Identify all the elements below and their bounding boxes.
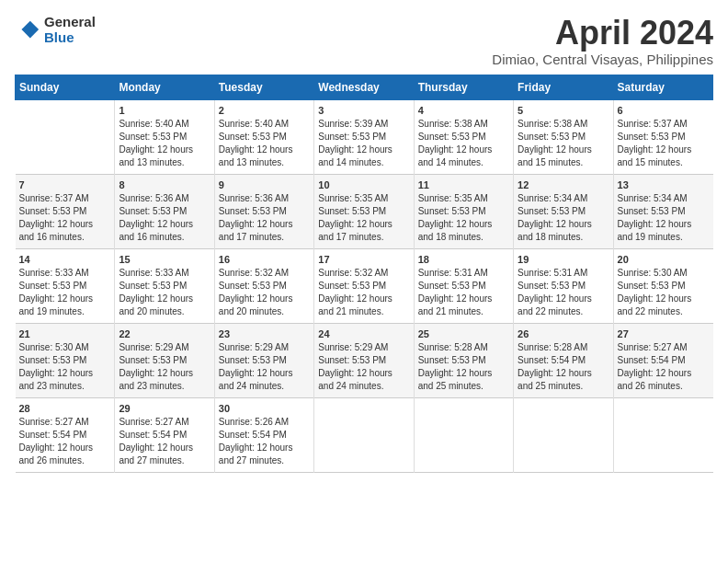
- day-info: Sunrise: 5:35 AMSunset: 5:53 PMDaylight:…: [318, 192, 409, 244]
- calendar-cell: [314, 397, 414, 472]
- day-number: 19: [518, 254, 609, 265]
- calendar-cell: 23Sunrise: 5:29 AMSunset: 5:53 PMDayligh…: [214, 323, 313, 397]
- day-number: 15: [119, 254, 210, 265]
- calendar-cell: 22Sunrise: 5:29 AMSunset: 5:53 PMDayligh…: [115, 323, 214, 397]
- day-info: Sunrise: 5:32 AMSunset: 5:53 PMDaylight:…: [219, 267, 310, 318]
- day-number: 12: [518, 179, 609, 190]
- title-block: April 2024 Dimiao, Central Visayas, Phil…: [492, 15, 713, 67]
- logo: General Blue: [15, 15, 96, 45]
- day-number: 29: [119, 403, 210, 414]
- day-info: Sunrise: 5:26 AMSunset: 5:54 PMDaylight:…: [219, 416, 310, 467]
- calendar-cell: 28Sunrise: 5:27 AMSunset: 5:54 PMDayligh…: [16, 397, 115, 472]
- calendar-cell: 7Sunrise: 5:37 AMSunset: 5:53 PMDaylight…: [16, 174, 115, 248]
- calendar-cell: 19Sunrise: 5:31 AMSunset: 5:53 PMDayligh…: [514, 248, 613, 323]
- calendar-cell: [613, 397, 712, 472]
- calendar-cell: 26Sunrise: 5:28 AMSunset: 5:54 PMDayligh…: [514, 323, 613, 397]
- calendar-cell: 18Sunrise: 5:31 AMSunset: 5:53 PMDayligh…: [414, 248, 513, 323]
- day-info: Sunrise: 5:37 AMSunset: 5:53 PMDaylight:…: [19, 192, 111, 244]
- day-info: Sunrise: 5:27 AMSunset: 5:54 PMDaylight:…: [119, 416, 210, 467]
- day-info: Sunrise: 5:29 AMSunset: 5:53 PMDaylight:…: [119, 341, 210, 393]
- svg-marker-0: [21, 20, 39, 38]
- day-info: Sunrise: 5:38 AMSunset: 5:53 PMDaylight:…: [518, 118, 609, 169]
- calendar-cell: [414, 397, 513, 472]
- calendar-cell: 27Sunrise: 5:27 AMSunset: 5:54 PMDayligh…: [613, 323, 712, 397]
- calendar-cell: 15Sunrise: 5:33 AMSunset: 5:53 PMDayligh…: [115, 248, 214, 323]
- day-info: Sunrise: 5:33 AMSunset: 5:53 PMDaylight:…: [119, 267, 210, 318]
- day-info: Sunrise: 5:27 AMSunset: 5:54 PMDaylight:…: [618, 341, 710, 393]
- day-number: 18: [418, 254, 509, 265]
- day-number: 21: [19, 328, 111, 339]
- logo-text: General Blue: [44, 15, 96, 45]
- day-number: 23: [219, 328, 310, 339]
- calendar-cell: 14Sunrise: 5:33 AMSunset: 5:53 PMDayligh…: [16, 248, 115, 323]
- column-header-wednesday: Wednesday: [314, 75, 414, 99]
- day-info: Sunrise: 5:34 AMSunset: 5:53 PMDaylight:…: [618, 192, 710, 244]
- calendar-cell: 30Sunrise: 5:26 AMSunset: 5:54 PMDayligh…: [214, 397, 313, 472]
- day-info: Sunrise: 5:27 AMSunset: 5:54 PMDaylight:…: [19, 416, 111, 467]
- day-number: 6: [618, 105, 710, 116]
- calendar-cell: 6Sunrise: 5:37 AMSunset: 5:53 PMDaylight…: [613, 99, 712, 174]
- column-header-saturday: Saturday: [613, 75, 712, 99]
- week-row-1: 1Sunrise: 5:40 AMSunset: 5:53 PMDaylight…: [16, 99, 713, 174]
- day-number: 14: [19, 254, 111, 265]
- page-header: General Blue April 2024 Dimiao, Central …: [15, 15, 713, 67]
- logo-blue: Blue: [44, 30, 96, 46]
- column-header-friday: Friday: [514, 75, 613, 99]
- day-number: 24: [318, 328, 409, 339]
- day-info: Sunrise: 5:35 AMSunset: 5:53 PMDaylight:…: [418, 192, 509, 244]
- calendar-cell: 10Sunrise: 5:35 AMSunset: 5:53 PMDayligh…: [314, 174, 414, 248]
- calendar-cell: [514, 397, 613, 472]
- day-info: Sunrise: 5:31 AMSunset: 5:53 PMDaylight:…: [418, 267, 509, 318]
- calendar-cell: 3Sunrise: 5:39 AMSunset: 5:53 PMDaylight…: [314, 99, 414, 174]
- day-number: 13: [618, 179, 710, 190]
- calendar-cell: 5Sunrise: 5:38 AMSunset: 5:53 PMDaylight…: [514, 99, 613, 174]
- day-info: Sunrise: 5:37 AMSunset: 5:53 PMDaylight:…: [618, 118, 710, 169]
- calendar-table: SundayMondayTuesdayWednesdayThursdayFrid…: [15, 75, 713, 473]
- day-number: 10: [318, 179, 409, 190]
- day-info: Sunrise: 5:29 AMSunset: 5:53 PMDaylight:…: [318, 341, 409, 393]
- calendar-cell: 13Sunrise: 5:34 AMSunset: 5:53 PMDayligh…: [613, 174, 712, 248]
- day-number: 26: [518, 328, 609, 339]
- column-header-thursday: Thursday: [414, 75, 513, 99]
- day-number: 2: [219, 105, 310, 116]
- day-info: Sunrise: 5:36 AMSunset: 5:53 PMDaylight:…: [119, 192, 210, 244]
- calendar-cell: 21Sunrise: 5:30 AMSunset: 5:53 PMDayligh…: [16, 323, 115, 397]
- day-number: 20: [618, 254, 710, 265]
- day-info: Sunrise: 5:32 AMSunset: 5:53 PMDaylight:…: [318, 267, 409, 318]
- day-number: 17: [318, 254, 409, 265]
- calendar-cell: 9Sunrise: 5:36 AMSunset: 5:53 PMDaylight…: [214, 174, 313, 248]
- day-number: 1: [119, 105, 210, 116]
- day-info: Sunrise: 5:29 AMSunset: 5:53 PMDaylight:…: [219, 341, 310, 393]
- logo-icon: [15, 17, 40, 43]
- day-number: 3: [318, 105, 409, 116]
- day-number: 8: [119, 179, 210, 190]
- day-number: 30: [219, 403, 310, 414]
- calendar-cell: 24Sunrise: 5:29 AMSunset: 5:53 PMDayligh…: [314, 323, 414, 397]
- day-number: 7: [19, 179, 111, 190]
- calendar-cell: 12Sunrise: 5:34 AMSunset: 5:53 PMDayligh…: [514, 174, 613, 248]
- calendar-cell: 29Sunrise: 5:27 AMSunset: 5:54 PMDayligh…: [115, 397, 214, 472]
- day-info: Sunrise: 5:39 AMSunset: 5:53 PMDaylight:…: [318, 118, 409, 169]
- day-info: Sunrise: 5:38 AMSunset: 5:53 PMDaylight:…: [418, 118, 509, 169]
- day-number: 22: [119, 328, 210, 339]
- day-number: 27: [618, 328, 710, 339]
- column-header-tuesday: Tuesday: [214, 75, 313, 99]
- subtitle: Dimiao, Central Visayas, Philippines: [492, 52, 713, 67]
- day-number: 9: [219, 179, 310, 190]
- day-number: 4: [418, 105, 509, 116]
- calendar-cell: 4Sunrise: 5:38 AMSunset: 5:53 PMDaylight…: [414, 99, 513, 174]
- header-row: SundayMondayTuesdayWednesdayThursdayFrid…: [16, 75, 713, 99]
- calendar-cell: 17Sunrise: 5:32 AMSunset: 5:53 PMDayligh…: [314, 248, 414, 323]
- logo-general: General: [44, 15, 96, 30]
- column-header-sunday: Sunday: [16, 75, 115, 99]
- week-row-2: 7Sunrise: 5:37 AMSunset: 5:53 PMDaylight…: [16, 174, 713, 248]
- main-title: April 2024: [492, 15, 713, 52]
- day-number: 11: [418, 179, 509, 190]
- day-info: Sunrise: 5:40 AMSunset: 5:53 PMDaylight:…: [119, 118, 210, 169]
- day-info: Sunrise: 5:28 AMSunset: 5:54 PMDaylight:…: [518, 341, 609, 393]
- calendar-cell: 2Sunrise: 5:40 AMSunset: 5:53 PMDaylight…: [214, 99, 313, 174]
- week-row-4: 21Sunrise: 5:30 AMSunset: 5:53 PMDayligh…: [16, 323, 713, 397]
- day-info: Sunrise: 5:30 AMSunset: 5:53 PMDaylight:…: [618, 267, 710, 318]
- day-number: 5: [518, 105, 609, 116]
- calendar-cell: [16, 99, 115, 174]
